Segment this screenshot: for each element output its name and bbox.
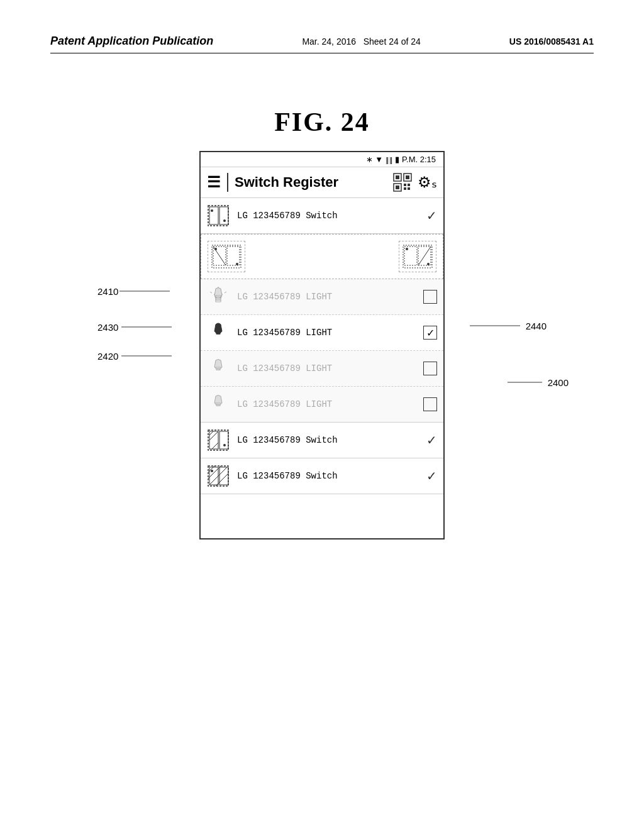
switch-icon-right (402, 244, 433, 269)
qr-icon[interactable] (392, 172, 413, 192)
svg-rect-43 (219, 431, 228, 449)
row-text-7: LG 123456789 Switch (237, 435, 426, 445)
svg-line-31 (210, 292, 212, 293)
list-row-light-on[interactable]: LG 123456789 LIGHT ✓ (201, 315, 443, 351)
switch-right-box (399, 241, 436, 272)
light-icon-off-1 (207, 285, 230, 308)
status-bar: ∗ ▼ ‖‖ ▮ P.M. 2:15 (201, 152, 443, 167)
list-row-switch-3[interactable]: LG 123456789 Switch ✓ (201, 458, 443, 494)
ref-label-2430: 2430 (97, 322, 118, 333)
empty-bottom (201, 494, 443, 538)
row-text-6: LG 123456789 LIGHT (237, 399, 423, 409)
svg-line-52 (208, 466, 221, 479)
row-text-1: LG 123456789 Switch (237, 211, 426, 221)
patent-date: Mar. 24, 2016 Sheet 24 of 24 (302, 36, 420, 47)
ref-line-2420 (121, 355, 172, 357)
list-row-switch-1[interactable]: LG 123456789 Switch ✓ (201, 198, 443, 234)
hamburger-icon[interactable]: ☰ (207, 175, 221, 190)
svg-line-20 (213, 246, 226, 265)
chevron-icon-8[interactable]: ✓ (426, 468, 437, 484)
app-title: Switch Register (235, 174, 392, 191)
ref-label-2410: 2410 (97, 286, 118, 297)
switch-icon-hatched-1 (207, 429, 230, 451)
patent-title: Patent Application Publication (50, 35, 213, 48)
checkbox-empty-5[interactable] (423, 362, 437, 375)
switch-left-box (208, 241, 245, 272)
svg-line-54 (216, 473, 228, 486)
ref-line-2430 (121, 326, 172, 328)
svg-rect-1 (396, 175, 399, 179)
chevron-icon-7[interactable]: ✓ (426, 433, 437, 448)
svg-rect-5 (396, 185, 399, 189)
svg-rect-38 (216, 369, 220, 370)
svg-rect-34 (216, 297, 220, 299)
title-divider (227, 173, 228, 192)
patent-header: Patent Application Publication Mar. 24, … (50, 35, 594, 53)
row-text-8: LG 123456789 Switch (237, 471, 426, 481)
checkbox-empty-6[interactable] (423, 397, 437, 411)
svg-rect-3 (406, 175, 409, 179)
status-time: P.M. 2:15 (402, 155, 436, 164)
list-row-light-off-1[interactable]: LG 123456789 LIGHT (201, 279, 443, 315)
phone-mockup: ∗ ▼ ‖‖ ▮ P.M. 2:15 ☰ Switch Register ⚙ₛ (199, 151, 445, 540)
list-row-switch-2[interactable]: LG 123456789 Switch ✓ (201, 423, 443, 458)
svg-line-46 (212, 443, 218, 449)
row-text-5: LG 123456789 LIGHT (237, 363, 423, 374)
patent-number: US 2016/0085431 A1 (509, 36, 594, 47)
svg-point-24 (406, 248, 408, 250)
light-icon-off-2 (207, 357, 230, 380)
svg-point-14 (223, 219, 226, 222)
svg-point-13 (211, 209, 213, 212)
chevron-icon-1[interactable]: ✓ (426, 208, 437, 223)
row-text-3: LG 123456789 LIGHT (237, 292, 423, 302)
expanded-section (201, 234, 443, 279)
svg-line-45 (209, 431, 218, 440)
checkbox-empty-3[interactable] (423, 290, 437, 304)
svg-rect-8 (404, 187, 406, 190)
gear-icon[interactable]: ⚙ₛ (418, 174, 437, 191)
list-row-light-off-2[interactable]: LG 123456789 LIGHT (201, 351, 443, 387)
svg-rect-50 (219, 467, 228, 485)
ref-label-2420: 2420 (97, 351, 118, 362)
svg-rect-11 (209, 207, 218, 224)
svg-rect-9 (408, 187, 410, 190)
light-icon-on (207, 321, 230, 344)
list-row-light-off-3[interactable]: LG 123456789 LIGHT (201, 387, 443, 423)
ref-line-2440 (470, 325, 520, 326)
light-icon-off-3 (207, 393, 230, 416)
switch-icon-normal (207, 204, 230, 227)
status-icons: ∗ ▼ ‖‖ ▮ (366, 155, 400, 164)
svg-rect-40 (216, 405, 220, 406)
svg-rect-7 (408, 184, 410, 186)
checkbox-checked-4[interactable]: ✓ (423, 326, 437, 340)
svg-point-47 (223, 444, 226, 446)
svg-point-19 (236, 263, 238, 265)
svg-rect-29 (216, 300, 221, 302)
switch-icon-left (211, 244, 242, 269)
row-text-4: LG 123456789 LIGHT (237, 328, 423, 338)
svg-rect-36 (216, 333, 220, 335)
svg-rect-12 (219, 207, 228, 224)
svg-rect-17 (227, 246, 240, 265)
switch-icon-hatched-2 (207, 465, 230, 487)
svg-line-32 (225, 292, 226, 293)
svg-point-25 (427, 263, 430, 265)
svg-line-44 (209, 431, 213, 435)
svg-point-55 (211, 470, 213, 472)
svg-line-26 (418, 246, 431, 265)
figure-title: FIG. 24 (274, 107, 370, 137)
app-title-bar: ☰ Switch Register ⚙ₛ (201, 167, 443, 198)
svg-rect-6 (404, 184, 406, 186)
ref-line-2410 (119, 290, 170, 292)
ref-line-2400 (508, 382, 542, 383)
